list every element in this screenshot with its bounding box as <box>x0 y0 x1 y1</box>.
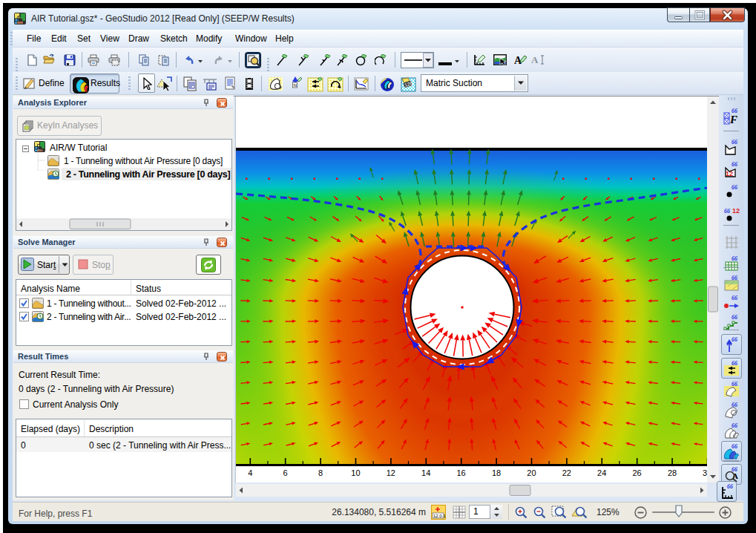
svg-text:66: 66 <box>732 184 737 191</box>
svg-text:10: 10 <box>351 468 360 477</box>
svg-text:8: 8 <box>318 468 323 477</box>
svg-text:66: 66 <box>732 161 737 168</box>
svg-text:22: 22 <box>562 468 571 477</box>
svg-text:66: 66 <box>732 255 737 262</box>
svg-text:F: F <box>729 114 737 125</box>
svg-text:66: 66 <box>724 208 730 215</box>
svg-text:20: 20 <box>527 468 536 477</box>
svg-text:12: 12 <box>732 207 740 215</box>
svg-text:16: 16 <box>456 468 465 477</box>
svg-text:N: N <box>294 83 297 88</box>
svg-text:A: A <box>531 54 539 65</box>
svg-text:66: 66 <box>732 295 737 301</box>
svg-text:66: 66 <box>732 443 737 450</box>
svg-text:66: 66 <box>732 422 737 429</box>
svg-text:14: 14 <box>421 468 430 477</box>
svg-text:18: 18 <box>492 468 501 477</box>
svg-text:28: 28 <box>668 468 677 477</box>
svg-text:66: 66 <box>732 314 737 321</box>
svg-text:66: 66 <box>732 139 737 145</box>
svg-text:66: 66 <box>732 336 737 343</box>
svg-text:24: 24 <box>597 468 606 477</box>
svg-text:12: 12 <box>726 170 733 177</box>
svg-text:A: A <box>732 471 738 480</box>
svg-text:12.0.1: 12.0.1 <box>433 514 446 518</box>
svg-text:26: 26 <box>632 468 641 477</box>
svg-text:66: 66 <box>727 483 733 490</box>
svg-text:12: 12 <box>387 468 395 477</box>
svg-text:4: 4 <box>248 468 252 477</box>
svg-text:6: 6 <box>283 468 288 477</box>
